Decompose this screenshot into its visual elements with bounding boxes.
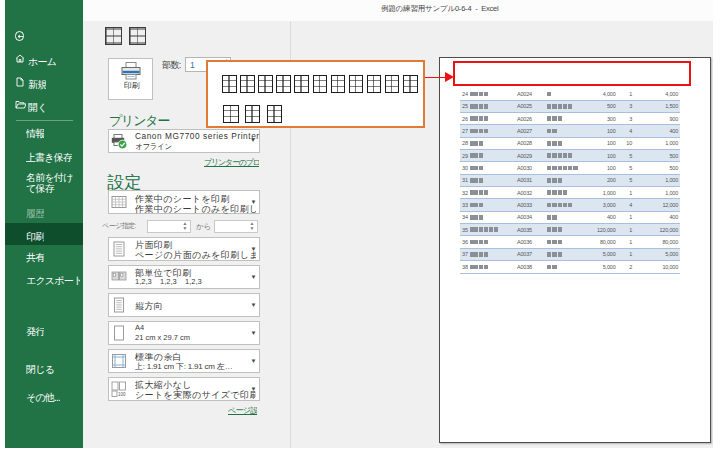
svg-text:100: 100 (118, 392, 126, 397)
